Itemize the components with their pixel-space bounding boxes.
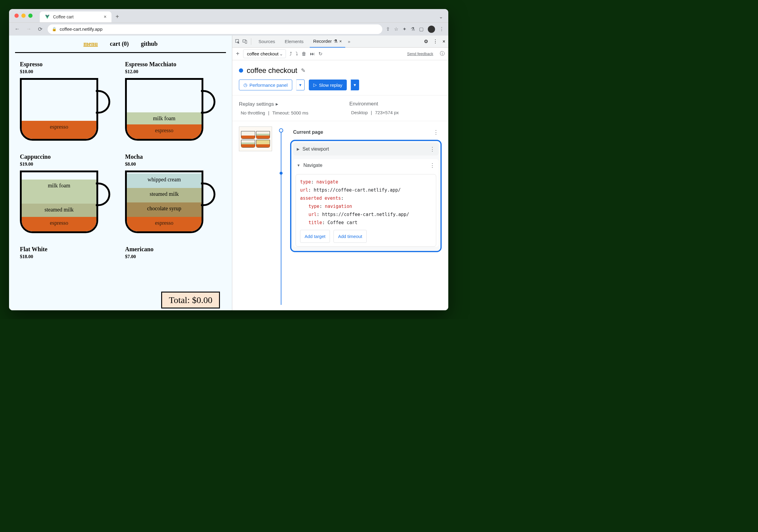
page-thumbnail[interactable] <box>239 126 272 151</box>
step-menu-icon[interactable]: ⋮ <box>430 162 435 169</box>
step-navigate[interactable]: ▼ Navigate ⋮ <box>293 159 439 172</box>
inspect-icon[interactable] <box>235 39 240 44</box>
menu-icon[interactable]: ⋮ <box>439 26 444 32</box>
close-window[interactable] <box>15 14 19 18</box>
browser-toolbar: ← → ⟳ 🔒 coffee-cart.netlify.app ⇪ ☆ ✦ ⚗ … <box>9 22 448 36</box>
add-target-button[interactable]: Add target <box>300 230 330 243</box>
delete-icon[interactable]: 🗑 <box>301 51 306 57</box>
product-price: $8.00 <box>125 161 221 167</box>
extensions-icon[interactable]: ✦ <box>402 26 406 32</box>
back-icon[interactable]: ← <box>13 25 21 33</box>
product-price: $7.00 <box>125 254 221 259</box>
step-current-page[interactable]: Current page ⋮ <box>290 126 442 138</box>
devtools-panel: Sources Elements Recorder ⚗ × » ⚙ ⋮ × + … <box>232 36 448 310</box>
close-devtools-icon[interactable]: × <box>443 39 445 44</box>
browser-tab[interactable]: Coffee cart × <box>40 12 112 22</box>
slow-replay-button[interactable]: ▷ Slow replay <box>309 80 347 90</box>
new-tab-icon[interactable]: + <box>116 13 119 20</box>
nav-github[interactable]: github <box>141 40 157 47</box>
recording-select[interactable]: coffee checkout <box>243 50 286 58</box>
cup-layer: espresso <box>22 121 96 139</box>
gauge-icon: ◷ <box>243 82 247 88</box>
thumbnail-column <box>239 126 272 305</box>
performance-panel-button[interactable]: ◷ Performance panel <box>239 80 292 90</box>
content-area: menu cart (0) github Espresso$10.00espre… <box>9 36 448 310</box>
step-icon[interactable]: ⏭ <box>310 51 315 57</box>
vue-icon <box>45 14 50 19</box>
replay-dropdown[interactable]: ▾ <box>351 80 359 90</box>
menu-item[interactable]: Espresso$10.00espresso <box>20 61 116 144</box>
new-recording-icon[interactable]: + <box>236 50 239 57</box>
kebab-icon[interactable]: ⋮ <box>433 39 438 44</box>
step-set-viewport[interactable]: ▶ Set viewport ⋮ <box>293 143 439 155</box>
play-icon: ▷ <box>313 82 317 88</box>
coffee-cup: espresso <box>20 78 110 144</box>
cup-layer: espresso <box>127 124 202 139</box>
loop-icon[interactable]: ↻ <box>319 51 322 57</box>
menu-item[interactable]: Espresso Macchiato$12.00milk foamespress… <box>125 61 221 144</box>
environment-header: Environment <box>350 101 442 107</box>
export-icon[interactable]: ⤴ <box>290 51 292 57</box>
step-navigate-label: Navigate <box>303 163 322 168</box>
labs-icon[interactable]: ⚗ <box>411 26 415 32</box>
menu-item[interactable]: Flat White$18.00 <box>20 246 116 259</box>
web-page: menu cart (0) github Espresso$10.00espre… <box>9 36 232 310</box>
star-icon[interactable]: ☆ <box>394 26 398 32</box>
menu-item[interactable]: Americano$7.00 <box>125 246 221 259</box>
browser-window: Coffee cart × + ⌄ ← → ⟳ 🔒 coffee-cart.ne… <box>9 9 448 310</box>
devtools-tabs: Sources Elements Recorder ⚗ × » ⚙ ⋮ × <box>232 36 448 48</box>
titlebar: Coffee cart × + ⌄ <box>9 9 448 22</box>
svg-rect-2 <box>245 41 247 43</box>
recording-title-row: coffee checkout ✎ <box>239 66 442 75</box>
perf-dropdown[interactable]: ▾ <box>296 80 305 90</box>
product-name: Cappuccino <box>20 153 116 160</box>
nav-menu[interactable]: menu <box>84 40 98 47</box>
add-timeout-button[interactable]: Add timeout <box>333 230 367 243</box>
replay-settings-values: No throttling | Timeout: 5000 ms <box>239 110 331 116</box>
forward-icon[interactable]: → <box>25 25 33 33</box>
tab-list-icon[interactable]: ⌄ <box>439 14 443 19</box>
minimize-window[interactable] <box>21 14 26 18</box>
device-icon[interactable] <box>243 39 247 44</box>
profile-avatar[interactable] <box>428 26 435 33</box>
recording-title: coffee checkout <box>247 66 297 75</box>
nav-cart[interactable]: cart (0) <box>110 40 129 47</box>
import-icon[interactable]: ⤵ <box>295 51 298 57</box>
environment-values: Desktop | 723×574 px <box>350 110 442 115</box>
lock-icon: 🔒 <box>52 27 57 31</box>
settings-icon[interactable]: ⚙ <box>424 39 428 44</box>
recording-dot-icon <box>239 68 243 73</box>
perf-label: Performance panel <box>250 83 288 88</box>
close-tab-icon[interactable]: × <box>104 14 106 19</box>
tab-elements[interactable]: Elements <box>281 36 307 48</box>
replay-settings[interactable]: Replay settings▸ No throttling | Timeout… <box>239 101 331 116</box>
product-name: Espresso <box>20 61 116 68</box>
tab-recorder-label: Recorder <box>313 39 332 44</box>
settings-row: Replay settings▸ No throttling | Timeout… <box>232 95 448 121</box>
send-feedback-link[interactable]: Send feedback <box>407 51 433 56</box>
product-name: Flat White <box>20 246 116 253</box>
tab-sources[interactable]: Sources <box>255 36 279 48</box>
product-price: $10.00 <box>20 69 116 74</box>
cup-layer: whipped cream <box>127 174 202 188</box>
step-menu-icon[interactable]: ⋮ <box>433 129 439 136</box>
replay-settings-header: Replay settings▸ <box>239 101 331 107</box>
product-name: Espresso Macchiato <box>125 61 221 68</box>
tab-recorder[interactable]: Recorder ⚗ × <box>310 36 346 48</box>
share-icon[interactable]: ⇪ <box>386 26 390 32</box>
edit-title-icon[interactable]: ✎ <box>301 67 305 74</box>
help-icon[interactable]: ⓘ <box>440 50 445 57</box>
cart-total[interactable]: Total: $0.00 <box>161 292 220 309</box>
step-menu-icon[interactable]: ⋮ <box>430 146 435 152</box>
menu-item[interactable]: Mocha$8.00whipped creamsteamed milkchoco… <box>125 153 221 237</box>
close-panel-icon[interactable]: × <box>339 39 342 44</box>
menu-item[interactable]: Cappuccino$19.00milk foamsteamed milkesp… <box>20 153 116 237</box>
tab-title: Coffee cart <box>53 15 74 19</box>
more-tabs-icon[interactable]: » <box>348 39 350 44</box>
maximize-window[interactable] <box>28 14 33 18</box>
panel-icon[interactable]: ▢ <box>419 26 424 32</box>
reload-icon[interactable]: ⟳ <box>36 25 44 33</box>
cup-layer: milk foam <box>22 180 96 204</box>
url-text: coffee-cart.netlify.app <box>60 26 102 32</box>
address-bar[interactable]: 🔒 coffee-cart.netlify.app <box>48 24 382 34</box>
